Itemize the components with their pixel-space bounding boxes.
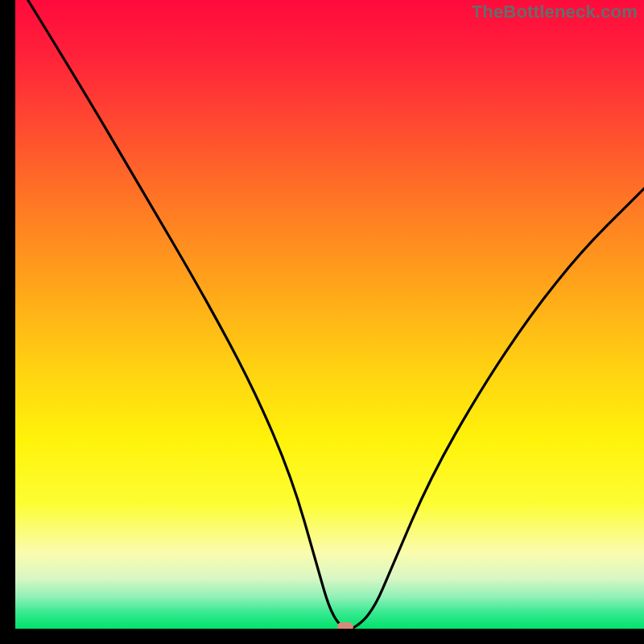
plot-area: [15, 0, 644, 629]
y-axis-band: [0, 0, 15, 644]
x-axis-band: [0, 629, 644, 644]
chart-container: TheBottleneck.com: [0, 0, 644, 644]
bottleneck-curve: [15, 0, 644, 629]
curve-path: [28, 0, 644, 629]
watermark-text: TheBottleneck.com: [472, 2, 638, 23]
